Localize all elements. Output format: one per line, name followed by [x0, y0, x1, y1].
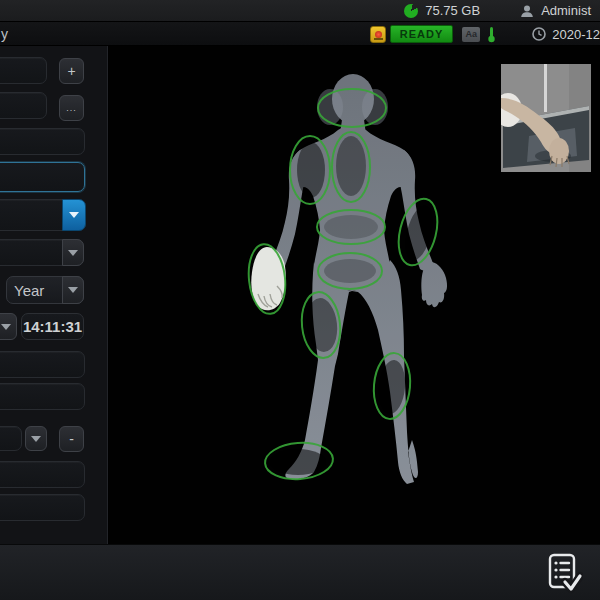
region-shadow	[324, 215, 378, 239]
chevron-down-icon	[69, 212, 79, 218]
positioning-guide-thumbnail	[501, 64, 591, 172]
device-status-bar: y READY Aa 2020-12	[0, 22, 600, 46]
user-icon	[520, 4, 534, 18]
chevron-down-icon	[31, 436, 41, 442]
disk-free-label: 75.75 GB	[425, 3, 480, 18]
dropdown-button-2[interactable]	[62, 239, 84, 266]
chevron-down-icon	[68, 250, 78, 256]
highlighted-hand	[251, 247, 286, 310]
date-label: 2020-12	[552, 27, 600, 42]
year-select-value: Year	[7, 282, 44, 299]
temperature-icon	[487, 26, 496, 43]
minus-button[interactable]: -	[59, 426, 84, 452]
date-part-dropdown-button[interactable]	[0, 313, 17, 340]
ready-status-badge: READY	[390, 25, 454, 43]
worklist-check-icon	[545, 552, 583, 594]
xray-tube-status-icon	[370, 26, 386, 43]
clipped-text-fragment: y	[1, 26, 8, 42]
text-input-7[interactable]	[0, 461, 85, 488]
patient-name-input[interactable]	[0, 92, 47, 119]
bottom-toolbar	[0, 544, 600, 600]
region-shadow	[270, 449, 326, 475]
status-bar: 75.75 GB Administ	[0, 0, 600, 22]
scan-parameters-panel: + ... Year 14:11:31 -	[0, 46, 108, 544]
chevron-down-icon	[68, 287, 78, 293]
text-input-4-focused[interactable]	[0, 162, 85, 192]
dropdown-open-button[interactable]	[62, 199, 86, 231]
add-button[interactable]: +	[59, 58, 84, 84]
clock-icon	[532, 27, 546, 41]
detector-mode-icon: Aa	[462, 27, 480, 42]
text-input-3[interactable]	[0, 128, 85, 155]
patient-id-input[interactable]	[0, 57, 47, 84]
region-shadow	[324, 259, 376, 283]
text-input-8[interactable]	[0, 494, 85, 521]
year-select-button[interactable]	[62, 276, 84, 304]
region-shadow	[336, 136, 366, 196]
worklist-button[interactable]	[542, 550, 586, 596]
small-field[interactable]	[0, 426, 22, 451]
chevron-down-icon	[1, 324, 11, 330]
time-field[interactable]: 14:11:31	[21, 313, 84, 340]
text-input-5[interactable]	[0, 351, 85, 378]
user-name-label: Administ	[541, 3, 591, 18]
disk-usage-pie-icon	[404, 4, 418, 18]
small-dropdown-button[interactable]	[25, 426, 47, 451]
text-input-6[interactable]	[0, 383, 85, 410]
app-window: 75.75 GB Administ y READY Aa	[0, 0, 600, 600]
browse-button[interactable]: ...	[59, 95, 84, 121]
region-shadow	[297, 142, 325, 198]
